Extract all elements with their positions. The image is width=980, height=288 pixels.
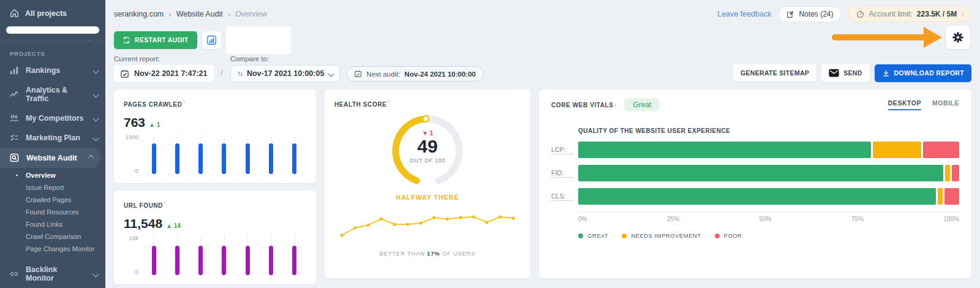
download-report-label: DOWNLOAD REPORT [894, 69, 964, 77]
cwv-legend: GREAT NEEDS IMPROVEMENT POOR [578, 232, 959, 239]
settings-button[interactable] [946, 26, 970, 49]
compare-date-select[interactable]: ↑↓ Nov-17 2021 10:00:05 [230, 65, 340, 82]
current-report-label: Current report: [114, 55, 214, 63]
subnav-item-found-links[interactable]: ·Found Links [0, 218, 105, 230]
sidebar-item-rankings[interactable]: Rankings [0, 61, 105, 80]
current-report-date-picker[interactable]: Nov-22 2021 7:47:21 [114, 65, 214, 82]
sidebar-item-label: My Competitors [26, 114, 86, 123]
home-icon [10, 9, 19, 18]
sort-arrows-icon: ↑↓ [237, 69, 242, 78]
subnav-item-crawled-pages[interactable]: ·Crawled Pages [0, 194, 105, 206]
subnav-item-issue-report[interactable]: ·Issue Report [0, 181, 105, 194]
subnav-item-label: Page Changes Monitor [26, 245, 95, 252]
url-found-value: 11,548 [124, 216, 162, 231]
analytics-icon [10, 90, 18, 99]
sidebar-item-website-audit[interactable]: Website Audit [0, 148, 100, 168]
bar-column [244, 134, 251, 174]
project-selector[interactable] [6, 26, 99, 34]
subnav-item-label: Crawl Comparison [26, 233, 81, 240]
send-button[interactable]: SEND [821, 64, 869, 82]
sidebar-item-label: Marketing Plan [26, 134, 86, 142]
subnav-item-label: Crawled Pages [26, 196, 72, 203]
sidebar-item-marketing-plan[interactable]: Marketing Plan [0, 128, 105, 148]
tab-desktop[interactable]: DESKTOP [888, 99, 921, 110]
leave-feedback-link[interactable]: Leave feedback [717, 10, 771, 18]
bar [152, 143, 156, 174]
chevron-down-icon [93, 271, 99, 277]
legend-item-needs-improvement: NEEDS IMPROVEMENT [622, 232, 701, 239]
chevron-up-icon [88, 155, 94, 161]
bar-column [151, 235, 157, 275]
bar [246, 143, 250, 174]
subnav-item-crawl-comparison[interactable]: ·Crawl Comparison [0, 230, 105, 243]
segment-needs-improvement [945, 165, 951, 181]
marketing-plan-icon [10, 134, 18, 142]
delta-up: ▲ 14 [166, 222, 181, 229]
main-content: seranking.com › Website Audit › Overview… [105, 0, 980, 288]
subnav-item-found-resources[interactable]: ·Found Resources [0, 206, 105, 218]
next-audit-badge: Next audit: Nov-24 2021 10:00:00 [346, 66, 483, 81]
bar-column [292, 134, 298, 174]
backlink-icon [10, 270, 18, 278]
bullet-icon: · [13, 184, 20, 191]
health-score-value: 49 [385, 137, 470, 156]
device-tabs: DESKTOP MOBILE [888, 99, 959, 110]
download-report-button[interactable]: DOWNLOAD REPORT [875, 64, 971, 82]
restart-audit-button[interactable]: RESTART AUDIT [114, 31, 197, 49]
cwv-metric-label: FID: [551, 169, 573, 178]
bar-column [174, 134, 180, 174]
health-score-gauge: ▼ 1 49 OUT OF 100 [385, 112, 470, 192]
restart-audit-label: RESTART AUDIT [135, 36, 189, 44]
bullet-icon: · [13, 221, 20, 227]
current-report-date: Nov-22 2021 7:47:21 [134, 69, 208, 78]
url-found-chart [142, 235, 306, 275]
bar [198, 143, 203, 174]
breadcrumb-separator-icon: › [228, 10, 230, 19]
info-mark: i [388, 99, 389, 104]
sidebar-item-my-competitors[interactable]: My Competitors [0, 108, 105, 128]
bar-column [221, 134, 227, 174]
gauge-limit-icon [856, 10, 864, 18]
cwv-row-lcp: LCP: [551, 142, 959, 158]
url-found-title: URL FOUND [124, 202, 163, 209]
axis-tick: 75% [851, 216, 864, 222]
arrow-head [924, 27, 942, 48]
axis-tick: 50% [759, 216, 771, 222]
y-min-label: 0 [135, 167, 138, 174]
bar [246, 246, 250, 275]
website-audit-icon [10, 153, 19, 162]
bar-column [151, 134, 157, 174]
bar [198, 246, 203, 275]
subnav-item-overview[interactable]: ▪Overview [0, 169, 105, 181]
breadcrumb-site[interactable]: seranking.com [114, 10, 164, 18]
cwv-metric-label: LCP: [551, 146, 573, 154]
chevron-down-icon [328, 70, 334, 77]
bar-column [292, 235, 298, 275]
segment-great [578, 142, 871, 158]
subnav-item-page-changes-monitor[interactable]: ·Page Changes Monitor [0, 243, 105, 255]
health-score-status: HALFWAY THERE [396, 194, 459, 201]
send-label: SEND [843, 69, 862, 77]
legend-dot-icon [578, 233, 583, 238]
axis-tick: 25% [667, 216, 679, 222]
breadcrumb-section[interactable]: Website Audit [176, 10, 223, 18]
delta-up-icon: ▲ [149, 121, 155, 128]
breadcrumb-current: Overview [235, 10, 267, 18]
subnav-item-label: Found Links [26, 221, 62, 228]
all-projects-link[interactable]: All projects [0, 0, 105, 24]
sidebar-item-backlink-monitor[interactable]: Backlink Monitor [0, 260, 105, 288]
audit-history-chart-button[interactable] [202, 31, 221, 49]
sidebar-item-label: Backlink Monitor [26, 265, 86, 282]
sidebar-item-analytics-traffic[interactable]: Analytics & Traffic [0, 80, 105, 108]
cwv-row-cls: CLS: [551, 188, 959, 205]
generate-sitemap-button[interactable]: GENERATE SITEMAP [733, 64, 816, 81]
cwv-bar-lcp [578, 142, 959, 158]
cwv-row-fid: FID: [551, 165, 959, 181]
tab-mobile[interactable]: MOBILE [932, 99, 959, 110]
segment-great [578, 165, 943, 181]
account-limit-value: 223.5K / 5M [917, 10, 957, 18]
y-axis: 16k 0 [124, 235, 142, 275]
info-mark: i [962, 12, 963, 17]
notes-button[interactable]: Notes (24) [778, 6, 841, 22]
arrow-shaft [832, 34, 924, 40]
